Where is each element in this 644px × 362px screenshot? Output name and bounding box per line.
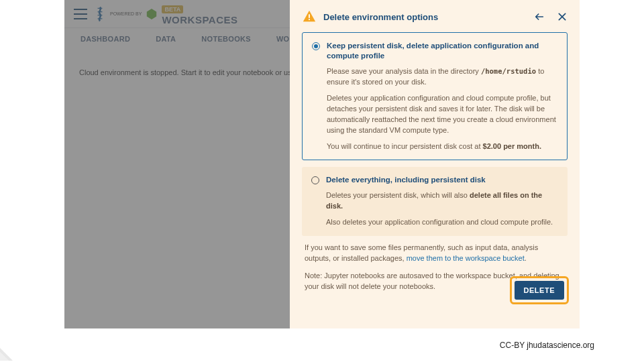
- beta-badge: BETA: [162, 5, 183, 13]
- delete-button[interactable]: DELETE: [515, 281, 564, 300]
- option-keep-disk[interactable]: Keep persistent disk, delete application…: [302, 32, 568, 160]
- svg-marker-0: [147, 8, 156, 19]
- panel-header: Delete environment options: [302, 9, 568, 24]
- option-keep-disk-body: Keep persistent disk, delete application…: [327, 41, 557, 152]
- warning-icon: [302, 9, 317, 24]
- delete-highlight: DELETE: [510, 276, 569, 304]
- powered-by-label: POWERED BY: [110, 11, 142, 16]
- bucket-link[interactable]: move them to the workspace bucket: [407, 254, 525, 262]
- option-delete-all[interactable]: Delete everything, including persistent …: [302, 167, 568, 236]
- option-keep-disk-title: Keep persistent disk, delete application…: [327, 41, 557, 61]
- delete-options-panel: Delete environment options Keep persiste…: [290, 0, 580, 328]
- close-icon[interactable]: [557, 11, 568, 22]
- svg-rect-2: [309, 19, 310, 20]
- tab-data[interactable]: DATA: [156, 35, 176, 43]
- svg-rect-1: [309, 14, 310, 17]
- corner-decoration: [0, 337, 25, 362]
- option-delete-all-body: Delete everything, including persistent …: [326, 175, 558, 228]
- home-path: /home/rstudio: [481, 67, 536, 75]
- logo-cluster: POWERED BY BETA WORKSPACES: [94, 2, 238, 25]
- tab-notebooks[interactable]: NOTEBOOKS: [201, 35, 251, 43]
- panel-title: Delete environment options: [323, 12, 522, 22]
- workspaces-brand: BETA WORKSPACES: [162, 2, 237, 25]
- menu-icon[interactable]: [74, 9, 87, 19]
- hex-icon: [146, 8, 158, 20]
- save-files-note: If you want to save some files permanent…: [302, 243, 568, 264]
- helix-icon: [94, 6, 106, 22]
- option-delete-all-title: Delete everything, including persistent …: [326, 175, 558, 185]
- back-arrow-icon[interactable]: [534, 11, 545, 22]
- disk-cost: $2.00 per month.: [483, 142, 541, 150]
- radio-delete-all[interactable]: [311, 176, 319, 184]
- radio-keep-disk[interactable]: [312, 42, 320, 50]
- workspaces-label: WORKSPACES: [162, 14, 237, 25]
- tab-dashboard[interactable]: DASHBOARD: [80, 35, 130, 43]
- footer-attribution: CC-BY jhudatascience.org: [500, 341, 594, 350]
